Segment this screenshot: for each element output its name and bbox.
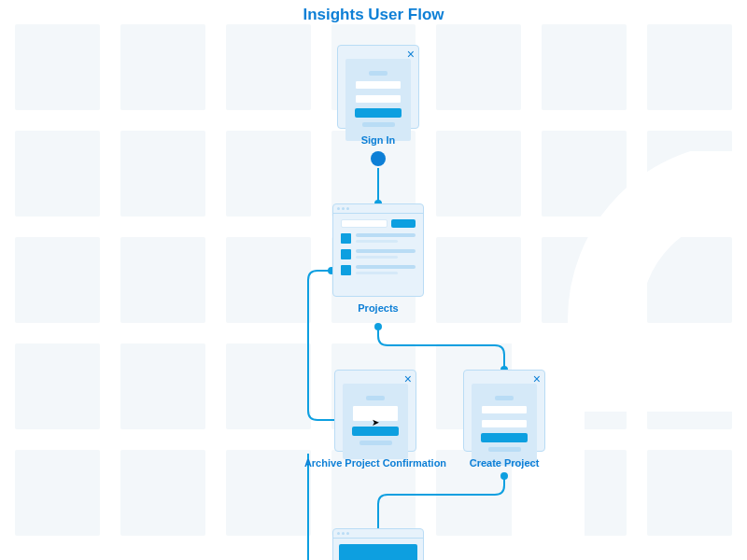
wireframe-heading bbox=[495, 396, 514, 400]
list-item bbox=[341, 233, 416, 244]
lock-icon bbox=[371, 151, 386, 166]
node-archive-confirmation[interactable]: × ➤ Archive Project Confirmation bbox=[334, 370, 416, 452]
node-label: Projects bbox=[332, 297, 424, 314]
node-projects[interactable]: Projects bbox=[332, 203, 424, 297]
wireframe-button bbox=[481, 433, 528, 442]
wireframe-field bbox=[355, 94, 402, 104]
list-item bbox=[341, 265, 416, 275]
node-signin[interactable]: × Sign In bbox=[337, 45, 419, 129]
wireframe-search bbox=[341, 219, 388, 228]
node-label: Create Project bbox=[463, 452, 545, 469]
wireframe-hero bbox=[339, 544, 417, 560]
close-icon: × bbox=[533, 372, 541, 385]
list-item bbox=[341, 249, 416, 259]
wireframe-text bbox=[362, 122, 395, 127]
node-label: Sign In bbox=[337, 129, 419, 146]
wireframe-heading bbox=[369, 71, 388, 76]
cursor-icon: ➤ bbox=[372, 416, 379, 427]
wireframe-field bbox=[481, 419, 528, 428]
wireframe-button bbox=[352, 427, 399, 436]
node-create-project[interactable]: × Create Project bbox=[463, 370, 545, 452]
window-titlebar bbox=[333, 204, 423, 214]
wireframe-field bbox=[355, 80, 402, 90]
wireframe-button bbox=[391, 219, 416, 228]
wireframe-field bbox=[481, 405, 528, 414]
wireframe-heading bbox=[366, 396, 385, 400]
diagram-canvas[interactable]: × Sign In bbox=[0, 0, 747, 560]
window-titlebar bbox=[333, 529, 423, 539]
wireframe-text bbox=[359, 441, 392, 445]
wireframe-button bbox=[355, 108, 402, 118]
node-label: Archive Project Confirmation bbox=[301, 452, 450, 469]
node-partial[interactable] bbox=[332, 528, 424, 560]
close-icon: × bbox=[407, 48, 415, 61]
